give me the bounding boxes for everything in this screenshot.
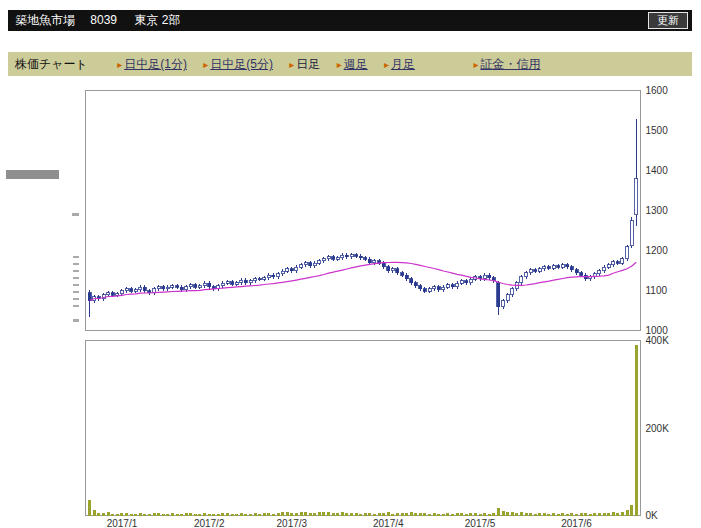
nav-item-weekly[interactable]: ▸週足: [337, 57, 368, 71]
volume-bar: [511, 512, 514, 515]
candle-body: [612, 262, 615, 265]
candle-body: [368, 259, 371, 262]
candle-body: [235, 283, 238, 285]
volume-bar: [88, 500, 91, 515]
candle-body: [345, 255, 348, 256]
candle-body: [538, 269, 541, 272]
candle-body: [456, 283, 459, 286]
volume-bar: [520, 512, 523, 515]
volume-bar: [125, 513, 128, 515]
candle-body: [336, 258, 339, 260]
candle-body: [130, 289, 133, 292]
refresh-button[interactable]: 更新: [648, 12, 688, 29]
volume-bar: [185, 513, 188, 515]
volume-bar: [488, 514, 491, 516]
volume-bar: [153, 513, 156, 516]
volume-bar: [538, 513, 541, 515]
volume-bar: [249, 514, 252, 515]
candle-body: [529, 270, 532, 273]
candle-body: [511, 289, 514, 295]
candle-body: [621, 259, 624, 264]
candle-body: [483, 275, 486, 278]
candle-body: [566, 265, 569, 267]
candle-body: [506, 295, 509, 301]
nav-item-intraday-1min[interactable]: ▸日中足(1分): [117, 57, 187, 71]
candle-body: [107, 293, 110, 295]
volume-bar: [130, 514, 133, 516]
volume-bar: [263, 513, 266, 515]
volume-bar: [391, 514, 394, 516]
candle-body: [309, 263, 312, 266]
candle-body: [350, 255, 353, 257]
candle-body: [313, 263, 316, 265]
volume-bar: [189, 513, 192, 516]
screen-artifact-dash: [73, 319, 79, 322]
candle-body: [355, 255, 358, 257]
candle-body: [240, 280, 243, 282]
volume-bar: [116, 514, 119, 515]
candle-body: [557, 266, 560, 268]
volume-bar: [401, 513, 404, 515]
candle-body: [341, 255, 344, 257]
arrow-bullet-icon: ▸: [203, 59, 208, 70]
volume-bar: [635, 345, 638, 516]
candle-body: [125, 289, 128, 291]
candle-body: [226, 282, 229, 284]
volume-bar: [626, 510, 629, 515]
nav-item-intraday-5min[interactable]: ▸日中足(5分): [203, 57, 273, 71]
volume-bar: [194, 514, 197, 516]
candle-body: [300, 265, 303, 268]
candle-body: [290, 269, 293, 271]
candle-body: [194, 285, 197, 288]
candle-body: [180, 287, 183, 289]
x-axis-label: 2017/2: [194, 518, 225, 528]
volume-bar: [621, 512, 624, 516]
volume-bar: [111, 514, 114, 516]
candle-body: [561, 265, 564, 268]
candle-body: [433, 287, 436, 289]
volume-bar: [244, 514, 247, 516]
volume-bar: [254, 513, 257, 515]
volume-bar: [143, 514, 146, 516]
volume-bar: [534, 514, 537, 516]
candle-body: [534, 270, 537, 272]
candle-body: [497, 283, 500, 307]
candle-body: [231, 282, 234, 284]
volume-bar: [525, 513, 528, 516]
volume-bar: [423, 513, 426, 516]
candle-body: [603, 267, 606, 270]
volume-bar: [557, 514, 560, 516]
volume-bar: [157, 513, 160, 515]
volume-bar: [529, 513, 532, 515]
volume-bar: [258, 514, 261, 516]
candle-body: [198, 286, 201, 288]
candle-body: [428, 289, 431, 292]
nav-item-monthly[interactable]: ▸月足: [384, 57, 415, 71]
candle-body: [387, 267, 390, 271]
arrow-bullet-icon: ▸: [473, 59, 478, 70]
chart-type-nav: 株価チャート ▸日中足(1分) ▸日中足(5分) ▸日足 ▸週足 ▸月足 ▸証金…: [8, 52, 692, 76]
price-axis-label: 1100: [646, 285, 668, 296]
volume-bar: [612, 512, 615, 515]
nav-item-margin-credit[interactable]: ▸証金・信用: [473, 57, 540, 71]
candle-body: [391, 269, 394, 271]
volume-bar: [212, 514, 215, 515]
volume-bar: [593, 513, 596, 515]
volume-bar: [359, 514, 362, 516]
candle-body: [396, 269, 399, 273]
candle-body: [295, 267, 298, 270]
candle-body: [575, 270, 578, 273]
volume-bar: [566, 514, 569, 516]
nav-item-daily[interactable]: ▸日足: [289, 57, 320, 71]
candle-body: [162, 287, 165, 289]
candle-body: [525, 273, 528, 277]
volume-bar: [180, 514, 183, 515]
volume-bar: [134, 514, 137, 515]
volume-bar: [304, 512, 307, 515]
volume-bar: [93, 510, 96, 515]
volume-bar: [341, 512, 344, 515]
candle-body: [208, 283, 211, 286]
x-axis-label: 2017/1: [107, 518, 138, 528]
candle-body: [148, 291, 151, 293]
volume-bar: [474, 513, 477, 516]
